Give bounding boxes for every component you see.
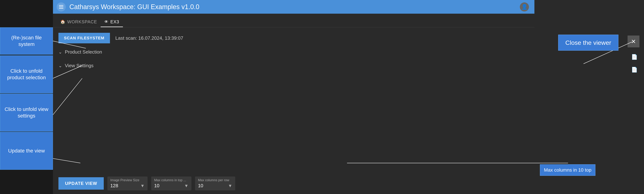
- update-view-annotation: Update the view: [0, 132, 53, 170]
- account-button[interactable]: 👤: [520, 2, 529, 11]
- chevron-view-icon: ⌄: [58, 63, 62, 68]
- close-viewer-button[interactable]: ✕: [628, 35, 640, 47]
- image-preview-size-label: Image Preview Size: [110, 178, 145, 182]
- dropdown-arrow-2: ▼: [228, 183, 232, 188]
- view-settings-row[interactable]: ⌄ View Settings: [58, 61, 529, 71]
- left-annotation-panel: (Re-)scan file system Click to unfold pr…: [0, 0, 53, 194]
- max-columns-top-dropdown[interactable]: Max columns in top ... 10 ▼: [151, 177, 192, 190]
- tab-ex3-label: EX3: [110, 19, 119, 24]
- document-icon-1: 📄: [631, 54, 638, 60]
- dropdown-arrow-1: ▼: [184, 183, 188, 188]
- tab-ex3[interactable]: 👁 EX3: [101, 19, 123, 27]
- dropdown-arrow-0: ▼: [140, 183, 145, 188]
- max-columns-per-row-dropdown[interactable]: Max columns per row 10 ▼: [195, 177, 235, 190]
- view-settings-annotation: Click to unfold view settings: [0, 94, 53, 131]
- view-settings-label: View Settings: [65, 63, 94, 69]
- chevron-product-icon: ⌄: [58, 50, 62, 55]
- rescan-annotation: (Re-)scan file system: [0, 27, 53, 55]
- last-scan-text: Last scan: 16.07.2024, 13:39:07: [116, 35, 183, 41]
- max-columns-annotation: Max columns in 10 top: [540, 164, 596, 176]
- eye-icon: 👁: [104, 19, 108, 24]
- hamburger-button[interactable]: [56, 2, 66, 11]
- header-bar: Catharsys Workspace: GUI Examples v1.0.0…: [53, 0, 534, 14]
- controls-row: UPDATE VIEW Image Preview Size 128 ▼ Max…: [58, 177, 529, 190]
- app-title: Catharsys Workspace: GUI Examples v1.0.0: [70, 3, 516, 11]
- max-columns-top-row: 10 ▼: [154, 183, 188, 189]
- hamburger-icon: [59, 5, 64, 8]
- tab-workspace-label: WORKSPACE: [67, 19, 97, 24]
- product-selection-label: Product Selection: [65, 49, 102, 55]
- max-columns-top-value: 10: [154, 183, 160, 189]
- account-icon: 👤: [521, 4, 528, 10]
- doc1-button[interactable]: 📄: [630, 52, 640, 62]
- tab-workspace[interactable]: 🏠 WORKSPACE: [56, 19, 101, 27]
- image-preview-size-dropdown[interactable]: Image Preview Size 128 ▼: [108, 177, 148, 190]
- toolbar-row: SCAN FILESYSTEM Last scan: 16.07.2024, 1…: [58, 33, 529, 43]
- max-columns-top-label: Max columns in top ...: [154, 178, 188, 182]
- max-columns-per-row-value: 10: [198, 183, 203, 189]
- content-area: SCAN FILESYSTEM Last scan: 16.07.2024, 1…: [53, 27, 534, 194]
- tab-bar: 🏠 WORKSPACE 👁 EX3: [53, 14, 534, 27]
- document-icon-2: 📄: [631, 67, 638, 73]
- update-view-button[interactable]: UPDATE VIEW: [58, 177, 104, 190]
- close-viewer-annotation: Close the viewer: [558, 35, 618, 51]
- product-selection-annotation: Click to unfold product selection: [0, 55, 53, 93]
- image-preview-size-value: 128: [110, 183, 118, 189]
- scan-filesystem-button[interactable]: SCAN FILESYSTEM: [58, 33, 110, 43]
- home-icon: 🏠: [60, 19, 66, 24]
- image-preview-size-row: 128 ▼: [110, 183, 145, 189]
- close-icon: ✕: [631, 38, 636, 45]
- right-panel: Close the viewer ✕ 📄 📄 Max columns in 10…: [534, 0, 644, 194]
- workspace-wrapper: Catharsys Workspace: GUI Examples v1.0.0…: [53, 0, 534, 194]
- doc2-button[interactable]: 📄: [630, 65, 640, 75]
- max-columns-per-row-row: 10 ▼: [198, 183, 232, 189]
- max-columns-per-row-label: Max columns per row: [198, 178, 232, 182]
- product-selection-row[interactable]: ⌄ Product Selection: [58, 47, 529, 57]
